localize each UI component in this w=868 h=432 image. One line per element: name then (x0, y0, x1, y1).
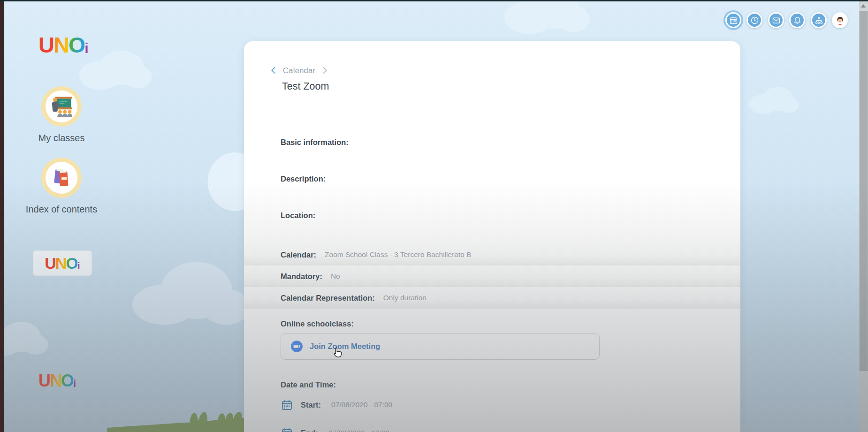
sidebar-item-label: My classes (38, 133, 85, 144)
cloud (479, 0, 615, 37)
basic-information-label: Basic information: (281, 138, 349, 147)
breadcrumb-calendar[interactable]: Calendar (283, 66, 315, 75)
mail-nav-button[interactable] (768, 12, 784, 28)
sidebar-item-my-classes[interactable]: My classes (10, 86, 113, 144)
calendar-representation-field-row: Calendar Representation: Only duration (244, 287, 740, 309)
logo-letter: U (38, 372, 50, 389)
calendar-nav-button[interactable] (725, 12, 741, 28)
end-row: End: 07/08/2020 - 18:00 (281, 424, 389, 432)
cloud (745, 84, 802, 115)
hierarchy-icon (814, 15, 824, 25)
logo-letter: O (66, 255, 77, 271)
start-row: Start: 07/08/2020 - 07:00 (281, 396, 392, 413)
logo-letter: U (38, 34, 53, 56)
calendar-date-icon (281, 427, 293, 432)
logo-letter: N (53, 34, 69, 56)
my-classes-circle (41, 86, 82, 127)
mandatory-field-value: No (331, 272, 340, 280)
books-icon (48, 164, 75, 191)
logo-letter: N (50, 372, 61, 389)
calendar-representation-value: Only duration (383, 294, 426, 302)
user-avatar-button[interactable] (832, 12, 848, 28)
join-zoom-meeting-label: Join Zoom Meeting (310, 342, 380, 351)
online-schoolclass-label: Online schoolclass: (281, 319, 354, 328)
calendar-field-label: Calendar: (281, 250, 316, 259)
end-value: 07/08/2020 - 18:00 (328, 429, 389, 432)
scrollbar-up-arrow[interactable] (861, 4, 866, 8)
grass-decoration (107, 410, 250, 432)
date-and-time-label: Date and Time: (281, 380, 336, 389)
calendar-representation-label: Calendar Representation: (281, 294, 375, 303)
app-logo-footer: UNOi (38, 372, 76, 389)
avatar (835, 15, 845, 25)
app-logo-small: UNOi (45, 255, 80, 271)
mandatory-field-label: Mandatory: (281, 272, 322, 281)
calendar-date-icon (281, 399, 293, 411)
event-detail-card: Calendar Test Zoom Basic information: De… (244, 41, 740, 432)
back-chevron-icon[interactable] (268, 65, 279, 76)
location-label: Location: (281, 211, 315, 220)
logo-card[interactable]: UNOi (33, 250, 92, 276)
description-label: Description: (281, 174, 326, 183)
logo-letter: U (45, 255, 55, 271)
mouse-cursor (331, 346, 344, 359)
mandatory-field-row: Mandatory: No (244, 265, 740, 287)
scrollbar-thumb[interactable] (860, 11, 868, 371)
logo-letter: i (73, 379, 76, 389)
zoom-camera-icon (290, 340, 303, 353)
bell-icon (792, 15, 802, 25)
index-of-contents-circle (41, 158, 82, 198)
breadcrumb: Calendar (268, 65, 330, 76)
top-edge-bar (0, 0, 868, 1)
mail-icon (771, 15, 781, 25)
chevron-right-icon (320, 65, 330, 76)
start-value: 07/08/2020 - 07:00 (331, 401, 392, 409)
sidebar-item-label: Index of contents (26, 204, 97, 215)
logo-letter: i (77, 261, 80, 271)
logo-letter: O (69, 34, 85, 56)
clock-nav-button[interactable] (746, 12, 762, 28)
start-label: Start: (301, 401, 321, 409)
page-scrollbar[interactable] (859, 1, 868, 432)
join-zoom-meeting-button[interactable]: Join Zoom Meeting (281, 333, 600, 360)
left-edge-bar (0, 0, 4, 432)
sidebar-item-index-of-contents[interactable]: Index of contents (10, 158, 113, 215)
calendar-field-row: Calendar: Zoom School Class - 3 Tercero … (244, 244, 740, 265)
end-label: End: (301, 429, 318, 432)
hierarchy-nav-button[interactable] (811, 12, 827, 28)
page-title: Test Zoom (282, 81, 329, 92)
logo-letter: O (61, 372, 73, 389)
logo-letter: i (84, 42, 88, 56)
logo-letter: N (55, 255, 66, 271)
classroom-icon (48, 93, 75, 120)
app-logo[interactable]: UNOi (38, 34, 89, 56)
notifications-nav-button[interactable] (789, 12, 805, 28)
calendar-icon (729, 15, 739, 25)
calendar-field-value: Zoom School Class - 3 Tercero Bachillera… (325, 250, 471, 259)
cloud (0, 318, 49, 358)
cloud (128, 257, 253, 328)
clock-icon (750, 15, 760, 25)
